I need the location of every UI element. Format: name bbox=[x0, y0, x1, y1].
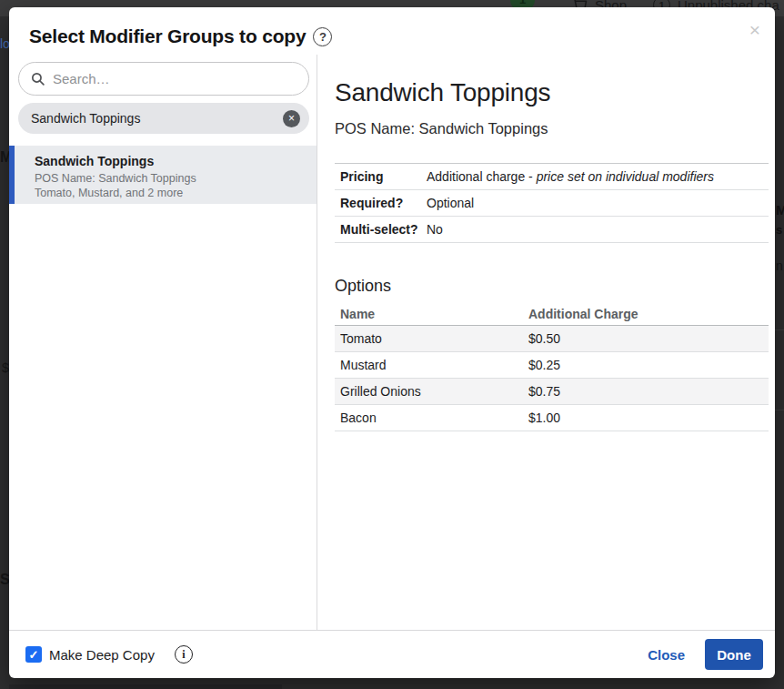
option-row: Mustard $0.25 bbox=[335, 352, 769, 379]
detail-pos-name: POS Name: Sandwich Toppings bbox=[335, 120, 548, 137]
property-value: No bbox=[427, 222, 443, 237]
modifier-group-pos-name: POS Name: Sandwich Toppings bbox=[35, 171, 317, 186]
properties-table: Pricing Additional charge - price set on… bbox=[335, 163, 769, 243]
property-value-italic: price set on individual modifiers bbox=[537, 169, 714, 184]
help-icon[interactable]: ? bbox=[313, 27, 332, 46]
option-charge: $1.00 bbox=[528, 410, 560, 425]
options-table-header: Name Additional Charge bbox=[335, 302, 769, 326]
background-text-fragment: $ bbox=[2, 360, 9, 375]
background-text-fragment: s bbox=[776, 223, 782, 237]
option-name: Bacon bbox=[335, 410, 528, 425]
property-row-multiselect: Multi-select? No bbox=[335, 217, 769, 243]
make-deep-copy-label: Make Deep Copy bbox=[49, 647, 155, 663]
option-row: Bacon $1.00 bbox=[335, 405, 769, 431]
option-charge: $0.50 bbox=[528, 331, 560, 346]
background-divider bbox=[775, 410, 784, 410]
column-header-name: Name bbox=[335, 307, 528, 321]
property-value: Optional bbox=[427, 196, 474, 210]
modifier-group-list-item[interactable]: Sandwich Toppings POS Name: Sandwich Top… bbox=[9, 146, 317, 204]
option-name: Tomato bbox=[335, 331, 528, 346]
info-icon[interactable]: i bbox=[175, 645, 193, 664]
close-button[interactable]: Close bbox=[648, 647, 685, 663]
background-text-fragment: M bbox=[776, 202, 784, 218]
search-input-wrapper[interactable] bbox=[18, 62, 309, 96]
done-button[interactable]: Done bbox=[705, 639, 763, 670]
dialog-title: Select Modifier Groups to copy bbox=[29, 25, 306, 47]
property-label: Required? bbox=[340, 196, 427, 210]
column-header-charge: Additional Charge bbox=[528, 307, 638, 321]
option-charge: $0.25 bbox=[528, 358, 560, 372]
filter-chip-label: Sandwich Toppings bbox=[31, 111, 140, 126]
property-value: Additional charge - price set on individ… bbox=[427, 169, 714, 184]
option-name: Grilled Onions bbox=[335, 384, 528, 399]
background-button-fragment bbox=[9, 684, 282, 689]
search-icon bbox=[30, 71, 45, 86]
property-label: Multi-select? bbox=[340, 222, 427, 237]
property-label: Pricing bbox=[340, 169, 427, 184]
selected-filter-chip: Sandwich Toppings × bbox=[18, 103, 309, 134]
options-table: Name Additional Charge Tomato $0.50 Must… bbox=[335, 302, 769, 431]
background-text-fragment: n bbox=[776, 258, 783, 273]
close-icon[interactable]: × bbox=[749, 20, 760, 39]
property-row-required: Required? Optional bbox=[335, 190, 769, 217]
option-name: Mustard bbox=[335, 358, 528, 372]
panel-divider bbox=[317, 55, 317, 630]
property-row-pricing: Pricing Additional charge - price set on… bbox=[335, 164, 769, 190]
options-heading: Options bbox=[335, 277, 391, 296]
select-modifier-groups-dialog: Select Modifier Groups to copy ? × Sandw… bbox=[9, 7, 775, 678]
search-input[interactable] bbox=[53, 71, 271, 86]
detail-title: Sandwich Toppings bbox=[335, 78, 550, 107]
background-divider bbox=[775, 329, 784, 330]
modifier-group-summary: Tomato, Mustard, and 2 more bbox=[35, 186, 317, 200]
property-value-text: Additional charge - bbox=[427, 169, 537, 184]
option-row: Grilled Onions $0.75 bbox=[335, 379, 769, 405]
option-charge: $0.75 bbox=[528, 384, 560, 399]
make-deep-copy-checkbox[interactable]: ✓ bbox=[25, 646, 42, 663]
clear-filter-icon[interactable]: × bbox=[283, 110, 300, 127]
modifier-group-name: Sandwich Toppings bbox=[35, 154, 317, 168]
dialog-footer: ✓ Make Deep Copy i Close Done bbox=[9, 630, 775, 678]
option-row: Tomato $0.50 bbox=[335, 326, 769, 352]
